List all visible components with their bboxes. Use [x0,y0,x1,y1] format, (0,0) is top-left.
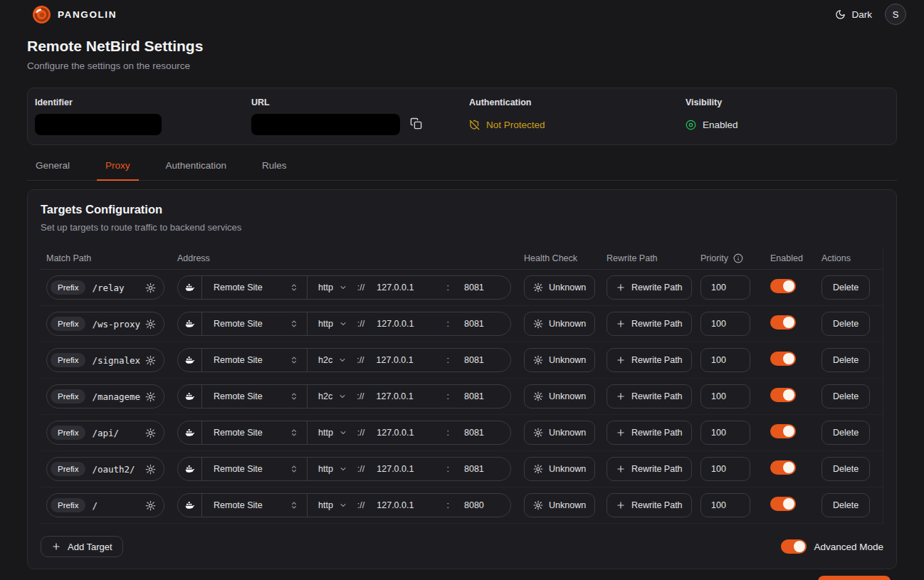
port-input[interactable]: 8081 [449,355,510,365]
match-type-badge[interactable]: Prefix [51,389,85,404]
copy-icon[interactable] [410,117,422,132]
docker-whale-icon[interactable] [178,385,202,408]
match-type-badge[interactable]: Prefix [51,317,85,331]
host-input[interactable]: 127.0.0.1 [364,283,446,292]
gear-icon[interactable] [145,283,156,293]
enabled-toggle[interactable] [770,279,796,293]
protocol-select[interactable]: http [308,464,352,474]
tab-proxy[interactable]: Proxy [97,160,139,181]
save-targets-button[interactable]: Save Targets [818,576,891,580]
host-input[interactable]: 127.0.0.1 [364,500,446,510]
protocol-select[interactable]: http [308,500,352,510]
rewrite-path-button[interactable]: Rewrite Path [607,348,692,372]
site-select[interactable]: Remote Site [202,494,308,517]
match-type-badge[interactable]: Prefix [51,280,85,295]
protocol-select[interactable]: http [308,283,352,292]
enabled-toggle[interactable] [770,460,796,475]
host-input[interactable]: 127.0.0.1 [364,428,446,438]
match-type-badge[interactable]: Prefix [51,426,85,440]
port-input[interactable]: 8081 [449,464,510,474]
port-input[interactable]: 8081 [449,283,510,292]
theme-toggle[interactable]: Dark [835,9,872,20]
priority-input[interactable] [700,384,750,408]
delete-button[interactable]: Delete [821,312,870,336]
priority-input[interactable] [700,348,750,372]
gear-icon[interactable] [145,500,156,511]
add-target-button[interactable]: Add Target [41,536,123,557]
tab-authentication[interactable]: Authentication [157,160,236,180]
port-input[interactable]: 8081 [449,319,510,329]
gear-icon[interactable] [145,464,156,475]
site-select[interactable]: Remote Site [202,312,308,335]
match-path-value[interactable]: /ws-proxy/ [92,319,141,329]
host-input[interactable]: 127.0.0.1 [364,355,447,365]
docker-whale-icon[interactable] [178,349,202,371]
health-check-button[interactable]: Unknown [524,493,595,517]
rewrite-path-button[interactable]: Rewrite Path [607,384,692,408]
match-type-badge[interactable]: Prefix [51,498,85,512]
enabled-toggle[interactable] [770,497,796,511]
rewrite-path-button[interactable]: Rewrite Path [607,275,692,300]
site-select[interactable]: Remote Site [202,276,308,299]
rewrite-path-button[interactable]: Rewrite Path [607,421,692,445]
docker-whale-icon[interactable] [178,312,202,335]
match-type-badge[interactable]: Prefix [51,462,85,476]
rewrite-path-button[interactable]: Rewrite Path [607,312,692,336]
identifier-input[interactable] [35,114,162,135]
match-path-value[interactable]: /oauth2/ [92,464,141,475]
protocol-select[interactable]: http [308,428,352,438]
match-path-value[interactable]: /managemen… [92,391,141,402]
url-input[interactable] [251,114,400,135]
host-input[interactable]: 127.0.0.1 [364,464,446,474]
site-select[interactable]: Remote Site [202,349,308,371]
rewrite-path-button[interactable]: Rewrite Path [607,457,692,481]
match-type-badge[interactable]: Prefix [51,353,85,367]
health-check-button[interactable]: Unknown [524,457,595,481]
rewrite-path-button[interactable]: Rewrite Path [607,493,692,517]
brand[interactable]: PANGOLIN [32,5,117,24]
docker-whale-icon[interactable] [178,494,202,517]
host-input[interactable]: 127.0.0.1 [364,319,446,329]
health-check-button[interactable]: Unknown [524,384,595,408]
host-input[interactable]: 127.0.0.1 [364,391,447,401]
site-select[interactable]: Remote Site [202,385,308,408]
docker-whale-icon[interactable] [178,276,202,299]
protocol-select[interactable]: h2c [308,355,351,365]
gear-icon[interactable] [145,319,156,329]
delete-button[interactable]: Delete [821,384,870,408]
enabled-toggle[interactable] [770,424,796,438]
docker-whale-icon[interactable] [178,421,202,444]
match-path-value[interactable]: / [92,500,141,511]
site-select[interactable]: Remote Site [202,458,308,480]
protocol-select[interactable]: http [308,319,352,329]
avatar[interactable]: S [885,4,906,25]
gear-icon[interactable] [145,355,156,366]
advanced-mode-toggle[interactable] [781,539,807,554]
priority-input[interactable] [700,421,750,445]
health-check-button[interactable]: Unknown [524,348,595,372]
tab-rules[interactable]: Rules [253,160,295,180]
protocol-select[interactable]: h2c [308,391,351,401]
delete-button[interactable]: Delete [821,275,870,300]
match-path-value[interactable]: /api/ [92,428,141,438]
tab-general[interactable]: General [27,160,78,180]
gear-icon[interactable] [145,391,156,402]
port-input[interactable]: 8081 [449,391,510,401]
delete-button[interactable]: Delete [821,421,870,445]
enabled-toggle[interactable] [770,352,796,366]
delete-button[interactable]: Delete [821,348,870,372]
docker-whale-icon[interactable] [178,458,202,480]
health-check-button[interactable]: Unknown [524,275,595,300]
priority-input[interactable] [700,275,750,300]
match-path-value[interactable]: /signalexc… [92,355,141,366]
priority-input[interactable] [700,457,750,481]
info-icon[interactable] [733,253,743,263]
priority-input[interactable] [700,493,750,517]
priority-input[interactable] [700,312,750,336]
delete-button[interactable]: Delete [821,457,870,481]
port-input[interactable]: 8080 [449,500,510,510]
port-input[interactable]: 8081 [449,428,510,438]
delete-button[interactable]: Delete [821,493,870,517]
health-check-button[interactable]: Unknown [524,421,595,445]
match-path-value[interactable]: /relay [92,283,141,293]
